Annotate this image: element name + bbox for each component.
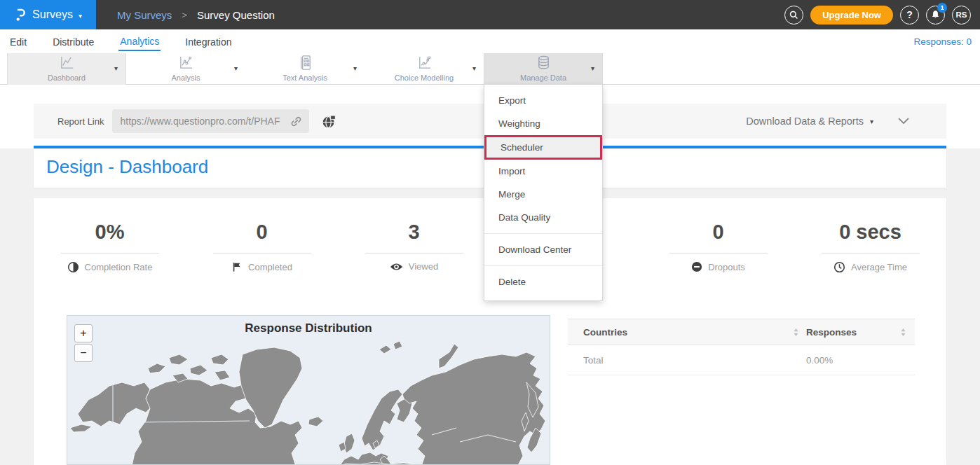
app-window: Surveys ▾ My Surveys > Survey Question U… xyxy=(0,0,980,465)
caret-down-icon: ▾ xyxy=(591,64,594,72)
caret-down-icon: ▾ xyxy=(472,64,476,72)
caret-down-icon: ▾ xyxy=(353,64,357,72)
caret-down-icon: ▾ xyxy=(114,64,118,72)
minus-circle-icon xyxy=(691,261,702,272)
menu-divider xyxy=(484,265,602,266)
world-map xyxy=(67,337,550,465)
menu-item-download-center[interactable]: Download Center xyxy=(484,238,602,261)
nav-item-integration[interactable]: Integration xyxy=(184,32,233,50)
manage-data-dropdown: Export Weighting Scheduler Import Merge … xyxy=(484,85,603,301)
breadcrumb: My Surveys > Survey Question xyxy=(117,9,275,21)
menu-item-delete[interactable]: Delete xyxy=(484,270,602,293)
total-label: Total xyxy=(583,355,604,366)
half-pie-icon xyxy=(67,261,79,273)
column-header-responses[interactable]: Responses xyxy=(806,327,857,338)
zoom-in-button[interactable]: + xyxy=(74,324,93,342)
line-chart-icon xyxy=(8,55,125,74)
notification-badge: 1 xyxy=(937,3,947,13)
menu-item-import[interactable]: Import xyxy=(484,160,602,183)
menu-item-merge[interactable]: Merge xyxy=(484,183,602,206)
download-data-reports-menu[interactable]: Download Data & Reports ▾ xyxy=(746,116,873,127)
question-mark-icon: ? xyxy=(906,9,913,20)
tab-manage-data[interactable]: ▾ Manage Data xyxy=(484,53,603,85)
database-icon xyxy=(484,55,602,74)
report-link-url: https://www.questionpro.com/t/PHAF xyxy=(120,116,290,127)
report-link-input[interactable]: https://www.questionpro.com/t/PHAF xyxy=(112,109,309,133)
response-distribution-map[interactable]: Response Distribution + − xyxy=(67,315,550,465)
sort-icon[interactable] xyxy=(793,328,799,337)
report-bar-right: Download Data & Reports ▾ xyxy=(746,116,910,127)
analytics-toolbar: ▾ Dashboard ▾ Analysis ▾ Text Analysis ▾… xyxy=(0,53,980,85)
top-bar: Surveys ▾ My Surveys > Survey Question U… xyxy=(0,0,980,29)
stat-viewed: 3 Viewed xyxy=(338,221,490,273)
menu-divider xyxy=(484,233,602,234)
link-icon[interactable] xyxy=(290,115,303,128)
nav-item-analytics[interactable]: Analytics xyxy=(118,32,161,51)
breadcrumb-current: Survey Question xyxy=(197,9,275,21)
account-avatar[interactable]: RS xyxy=(952,6,971,25)
breadcrumb-separator: > xyxy=(182,10,187,20)
zoom-out-button[interactable]: − xyxy=(74,344,93,362)
countries-table: Countries Responses Total 0.00% xyxy=(568,319,915,375)
tab-analysis[interactable]: ▾ Analysis xyxy=(126,53,245,85)
menu-item-export[interactable]: Export xyxy=(484,89,602,112)
caret-down-icon: ▾ xyxy=(870,118,873,125)
search-icon xyxy=(789,10,799,20)
survey-nav: Edit Distribute Analytics Integration Re… xyxy=(0,29,980,53)
globe-lock-icon[interactable] xyxy=(321,113,337,130)
responses-count: Responses: 0 xyxy=(913,36,972,47)
topbar-actions: Upgrade Now ? 1 RS xyxy=(784,6,971,25)
menu-item-data-quality[interactable]: Data Quality xyxy=(484,206,602,229)
breadcrumb-my-surveys[interactable]: My Surveys xyxy=(117,9,172,21)
total-responses-value: 0.00% xyxy=(806,355,833,366)
questionpro-logo-icon xyxy=(14,7,27,22)
menu-item-weighting[interactable]: Weighting xyxy=(484,112,602,135)
menu-item-scheduler[interactable]: Scheduler xyxy=(484,135,602,160)
eye-icon xyxy=(390,262,403,272)
stat-average-time: 0 secs Average Time xyxy=(794,221,946,273)
column-header-countries[interactable]: Countries xyxy=(583,327,627,338)
scatter-line-chart-icon xyxy=(126,55,245,74)
map-zoom-controls: + − xyxy=(74,324,93,362)
search-button[interactable] xyxy=(784,6,803,25)
report-link-label: Report Link xyxy=(57,116,104,127)
sort-icon[interactable] xyxy=(900,328,906,337)
stat-dropouts: 0 Dropouts xyxy=(642,221,794,273)
tab-choice-modelling[interactable]: ▾ Choice Modelling xyxy=(365,53,484,85)
stat-completion-rate: 0% Completion Rate xyxy=(34,221,186,273)
map-title: Response Distribution xyxy=(67,321,550,335)
tab-dashboard[interactable]: ▾ Dashboard xyxy=(7,53,126,85)
product-name: Surveys xyxy=(32,8,73,21)
avatar-initials: RS xyxy=(956,11,967,19)
document-grid-icon xyxy=(245,55,365,74)
surveys-product-menu[interactable]: Surveys ▾ xyxy=(0,0,96,29)
table-row-total: Total 0.00% xyxy=(568,345,915,375)
nav-item-edit[interactable]: Edit xyxy=(8,32,28,50)
clock-icon xyxy=(833,261,845,273)
collapse-chevron-icon[interactable] xyxy=(897,116,910,126)
model-chart-icon xyxy=(365,55,484,74)
flag-icon xyxy=(231,261,243,272)
caret-down-icon: ▾ xyxy=(79,12,82,20)
nav-item-distribute[interactable]: Distribute xyxy=(51,32,95,50)
caret-down-icon: ▾ xyxy=(234,64,238,72)
stat-completed: 0 Completed xyxy=(186,221,338,273)
help-button[interactable]: ? xyxy=(900,6,919,25)
tab-text-analysis[interactable]: ▾ Text Analysis xyxy=(245,53,365,85)
upgrade-now-button[interactable]: Upgrade Now xyxy=(810,6,893,25)
countries-table-header: Countries Responses xyxy=(568,319,915,345)
notifications-button[interactable]: 1 xyxy=(926,6,945,25)
